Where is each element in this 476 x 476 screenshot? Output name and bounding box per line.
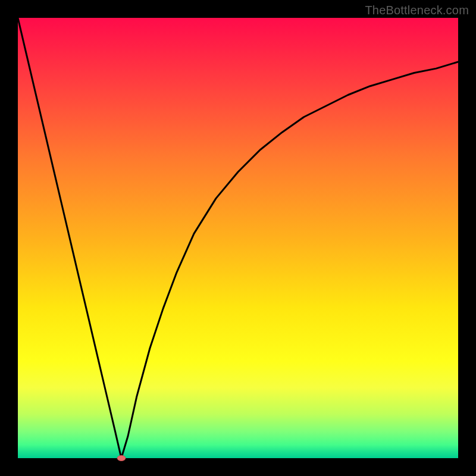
minimum-marker <box>115 454 127 462</box>
plot-area <box>18 18 458 458</box>
svg-point-0 <box>117 456 126 461</box>
bottleneck-curve <box>18 18 458 458</box>
chart-frame: TheBottleneck.com <box>0 0 476 476</box>
watermark-text: TheBottleneck.com <box>365 4 469 17</box>
